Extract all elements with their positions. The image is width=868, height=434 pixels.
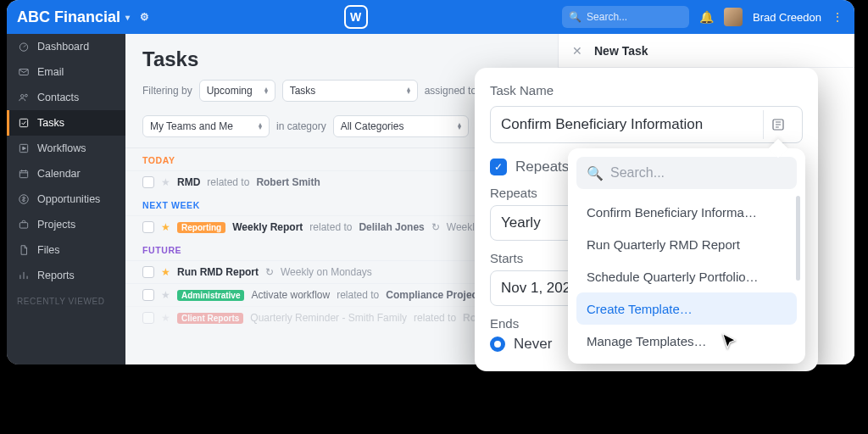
task-name: Activate workflow <box>251 289 330 301</box>
template-option[interactable]: Schedule Quarterly Portfolio… <box>576 260 797 292</box>
search-icon: 🔍 <box>587 165 604 181</box>
star-icon[interactable]: ★ <box>161 289 170 301</box>
sidebar-item-opportunities[interactable]: Opportunities <box>7 186 125 212</box>
category-badge: Client Reports <box>177 313 243 324</box>
checkbox[interactable] <box>142 289 154 301</box>
chevron-down-icon: ▾ <box>125 13 130 22</box>
sidebar-recent-header: RECENTLY VIEWED <box>7 288 125 309</box>
svg-rect-8 <box>19 223 27 228</box>
gear-icon[interactable]: ⚙ <box>140 11 149 23</box>
panel-title: New Task <box>594 44 648 58</box>
manage-templates-option[interactable]: Manage Templates… <box>576 325 797 357</box>
sidebar-item-projects[interactable]: Projects <box>7 212 125 237</box>
app-logo-icon: W <box>344 5 368 29</box>
related-to-label: related to <box>309 221 352 233</box>
checkbox[interactable] <box>142 221 154 233</box>
sidebar-item-contacts[interactable]: Contacts <box>7 85 125 110</box>
workspace-switcher[interactable]: ABC Financial ▾ ⚙ <box>17 8 149 26</box>
filter-upcoming[interactable]: Upcoming▴▾ <box>199 80 275 102</box>
checkbox[interactable] <box>142 176 154 188</box>
file-icon <box>17 243 31 257</box>
template-picker-icon[interactable] <box>763 110 792 139</box>
bell-icon[interactable]: 🔔 <box>699 10 714 24</box>
related-to-label: related to <box>414 312 456 324</box>
sidebar-item-dashboard[interactable]: Dashboard <box>7 34 125 59</box>
checkbox[interactable] <box>142 266 154 278</box>
task-name: Weekly Report <box>232 221 303 233</box>
task-name: RMD <box>177 176 200 188</box>
sidebar-item-calendar[interactable]: Calendar <box>7 161 125 186</box>
svg-rect-4 <box>19 119 27 126</box>
sidebar-item-label: Calendar <box>37 168 81 180</box>
task-name-input[interactable]: Confirm Beneficiary Information <box>490 106 803 143</box>
sidebar-item-files[interactable]: Files <box>7 237 125 263</box>
more-menu-icon[interactable]: ⋮ <box>832 10 844 24</box>
template-option[interactable]: Confirm Beneficiary Informa… <box>576 196 797 228</box>
related-name: Robert Smith <box>256 176 320 188</box>
assigned-to-label: assigned to <box>425 85 476 97</box>
filter-category[interactable]: All Categories▴▾ <box>333 115 469 137</box>
sidebar-item-label: Email <box>37 66 64 78</box>
related-name: Compliance Project <box>386 289 481 301</box>
sidebar-item-label: Contacts <box>37 92 79 103</box>
filtering-by-label: Filtering by <box>142 85 192 97</box>
check-icon: ✓ <box>490 159 507 175</box>
sidebar-item-label: Projects <box>37 219 75 231</box>
task-name: Run RMD Report <box>177 266 259 278</box>
global-search[interactable]: 🔍 Search... <box>562 6 689 28</box>
task-name-label: Task Name <box>490 83 803 97</box>
template-dropdown: 🔍 Search... Confirm Beneficiary Informa…… <box>568 148 805 364</box>
checkbox[interactable] <box>142 312 154 324</box>
page-title: Tasks <box>142 47 198 71</box>
briefcase-icon <box>17 218 31 231</box>
sidebar-item-label: Workflows <box>37 142 86 154</box>
workspace-name: ABC Financial <box>17 8 120 26</box>
user-name: Brad Creedon <box>753 11 821 24</box>
sidebar-item-label: Files <box>37 244 59 256</box>
scrollbar[interactable] <box>796 196 800 281</box>
svg-rect-6 <box>19 171 27 178</box>
star-icon[interactable]: ★ <box>161 221 170 233</box>
ends-never-label: Never <box>514 336 552 353</box>
template-search[interactable]: 🔍 Search... <box>576 157 797 189</box>
star-icon[interactable]: ★ <box>161 176 170 188</box>
dollar-circle-icon <box>17 192 31 206</box>
play-square-icon <box>17 142 31 155</box>
bar-chart-icon <box>17 269 31 282</box>
people-icon <box>17 91 31 104</box>
repeat-icon: ↻ <box>265 266 274 278</box>
sidebar-item-label: Reports <box>37 270 75 281</box>
filter-type[interactable]: Tasks▴▾ <box>282 80 418 102</box>
task-name: Quarterly Reminder - Smith Family <box>250 312 407 324</box>
sidebar-item-label: Dashboard <box>37 41 89 53</box>
radio-icon <box>490 337 505 352</box>
svg-rect-1 <box>19 70 29 75</box>
mail-icon <box>17 65 31 79</box>
sort-icon: ▴▾ <box>259 123 262 130</box>
related-name: Delilah Jones <box>359 221 424 233</box>
task-name-value: Confirm Beneficiary Information <box>501 116 703 133</box>
related-to-label: related to <box>207 176 249 188</box>
template-option[interactable]: Run Quarterly RMD Report <box>576 228 797 260</box>
search-icon: 🔍 <box>569 11 581 23</box>
create-template-option[interactable]: Create Template… <box>576 292 797 325</box>
sort-icon: ▴▾ <box>264 87 268 94</box>
related-to-label: related to <box>337 289 379 301</box>
category-badge: Reporting <box>177 222 225 233</box>
star-icon[interactable]: ★ <box>161 266 170 278</box>
sidebar-item-tasks[interactable]: Tasks <box>7 110 125 136</box>
sidebar-item-label: Opportunities <box>37 193 100 205</box>
sidebar-item-email[interactable]: Email <box>7 59 125 85</box>
template-search-placeholder: Search... <box>610 165 665 181</box>
repeat-label: Weekly on Mondays <box>281 266 372 278</box>
sidebar-item-workflows[interactable]: Workflows <box>7 136 125 161</box>
sidebar-item-reports[interactable]: Reports <box>7 263 125 288</box>
in-category-label: in category <box>276 120 326 132</box>
svg-point-2 <box>21 95 25 98</box>
filter-scope[interactable]: My Teams and Me▴▾ <box>142 115 270 137</box>
avatar[interactable] <box>724 8 743 26</box>
search-placeholder: Search... <box>587 11 627 23</box>
star-icon[interactable]: ★ <box>161 312 170 324</box>
svg-point-0 <box>19 43 27 51</box>
close-icon[interactable]: ✕ <box>572 44 582 58</box>
